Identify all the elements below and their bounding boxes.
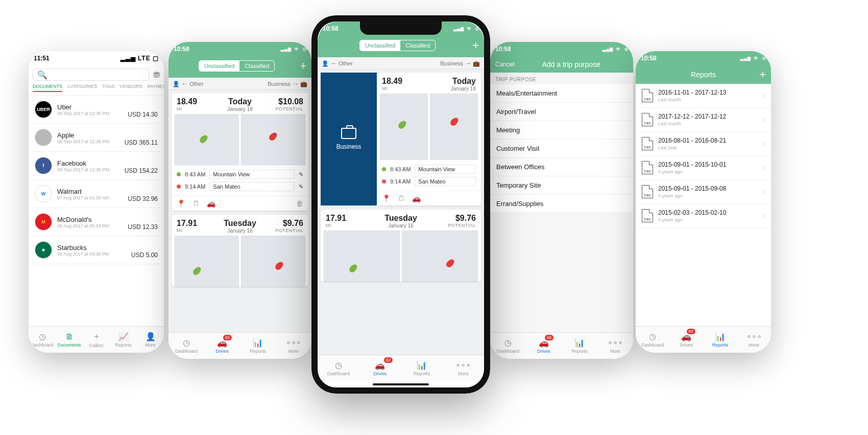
purpose-row[interactable]: Customer Visit [490, 140, 633, 158]
other-button[interactable]: 👤 ← Other [173, 80, 204, 87]
chevron-right-icon: › [762, 139, 765, 148]
vendor-avatar [35, 129, 52, 146]
csv-icon: CSV [642, 89, 653, 102]
trip-card[interactable]: 18.49MI TodayJanuary 18 $10.08POTENTIAL … [172, 93, 308, 211]
edit-icon[interactable]: ✎ [299, 184, 303, 190]
purpose-row[interactable]: Meeting [490, 121, 633, 140]
tab-dashboard[interactable]: ◷Dashboard [636, 327, 669, 353]
car-icon[interactable]: 🚗 [207, 199, 215, 208]
note-icon[interactable]: 🗒 [192, 199, 200, 208]
document-row[interactable]: MMcDonald's06 Aug 2017 at 05:34 PMUSD 12… [29, 208, 164, 236]
end-location[interactable]: San Mateo [209, 182, 295, 191]
briefcase-icon [341, 128, 356, 139]
business-button[interactable]: Business → 💼 [268, 80, 307, 87]
tab-dashboard[interactable]: ◷Dashboard [318, 355, 359, 381]
tab-dashboard[interactable]: ◷Dashboard [490, 333, 526, 359]
chevron-right-icon: › [762, 91, 765, 100]
trip-card[interactable]: 17.91MI TuesdayJanuary 16 $9.76POTENTIAL [321, 210, 481, 282]
tab-drives[interactable]: 🚗82Drives [359, 355, 401, 381]
tab-more[interactable]: ∘∘∘More [597, 333, 633, 359]
doc-amount: USD 5.00 [131, 251, 158, 259]
tab-more[interactable]: 👤More [137, 327, 164, 353]
doctab-documents[interactable]: DOCUMENTS [33, 84, 62, 92]
vendor-name: McDonald's [57, 216, 123, 223]
cancel-button[interactable]: Cancel [495, 61, 514, 68]
tab-more[interactable]: ∘∘∘More [276, 333, 311, 359]
vendor-avatar: W [35, 185, 52, 202]
tab-drives[interactable]: 🚗82Drives [526, 333, 562, 359]
vendor-name: Uber [57, 103, 123, 111]
purpose-row[interactable]: Temporary Site [490, 176, 633, 195]
add-report-button[interactable]: + [759, 68, 766, 81]
business-button[interactable]: Business → 💼 [440, 59, 480, 67]
segmented-control[interactable]: Unclassified Classified [359, 40, 436, 51]
purpose-row[interactable]: Between Offices [490, 158, 633, 176]
purpose-row[interactable]: Meals/Entertainment [490, 84, 633, 103]
search-input[interactable]: 🔍 [33, 68, 149, 81]
purpose-row[interactable]: Airport/Travel [490, 103, 633, 121]
home-indicator[interactable] [373, 383, 429, 385]
report-sub: Last month [658, 121, 757, 126]
other-button[interactable]: 👤 ← Other [322, 59, 353, 67]
tab-reports[interactable]: 📊Reports [704, 327, 737, 353]
doctab-tags[interactable]: TAGS [102, 84, 114, 92]
report-row[interactable]: CSV2017-12-12 - 2017-12-12Last month› [636, 108, 771, 132]
report-row[interactable]: CSV2016-08-01 - 2016-08-21Last year› [636, 132, 771, 156]
tab-more[interactable]: ∘∘∘More [443, 355, 485, 381]
start-location[interactable]: Mountain View [209, 170, 295, 179]
tab-documents[interactable]: 🗎Documents [56, 327, 83, 353]
filter-icon[interactable]: ⛃ [153, 70, 160, 80]
doc-amount: USD 12.33 [128, 223, 158, 231]
seg-unclassified[interactable]: Unclassified [199, 61, 239, 71]
segmented-control[interactable]: Unclassified Classified [199, 60, 275, 72]
document-row[interactable]: fFacebook08 Sep 2017 at 12:35 PMUSD 154.… [29, 152, 164, 180]
vendor-name: Walmart [57, 188, 123, 195]
document-row[interactable]: UBERUber08 Sep 2017 at 12:36 PMUSD 14.30 [29, 96, 164, 124]
tab-reports[interactable]: 📊Reports [401, 355, 443, 381]
csv-icon: CSV [642, 161, 653, 174]
report-row[interactable]: CSV2015-09-01 - 2015-10-012 years ago› [636, 156, 771, 180]
status-bar: 10:58 ▂▃▅ ᯤ ▢ [636, 51, 771, 65]
seg-unclassified[interactable]: Unclassified [360, 40, 400, 51]
edit-icon[interactable]: ✎ [299, 171, 303, 178]
doctab-categories[interactable]: CATEGORIES [67, 84, 97, 92]
tab-drives[interactable]: 🚗82Drives [204, 333, 240, 359]
pin-icon[interactable]: 📍 [382, 194, 391, 202]
phone-drives: 10:58 ▂▃▅ ᯤ ▢ Unclassified Classified + … [168, 42, 311, 359]
report-list: CSV2016-11-01 - 2017-12-13Last month›CSV… [636, 84, 771, 228]
doctab-payments[interactable]: PAYMENTS [148, 84, 164, 92]
seg-classified[interactable]: Classified [239, 61, 274, 71]
car-icon[interactable]: 🚗 [412, 194, 421, 202]
add-button[interactable]: + [300, 59, 306, 73]
add-button[interactable]: + [472, 39, 479, 52]
purpose-row[interactable]: Errand/Supplies [490, 195, 633, 213]
tab-collect[interactable]: ＋Collect [83, 327, 110, 353]
report-row[interactable]: CSV2015-09-01 - 2015-09-082 years ago› [636, 180, 771, 204]
phone-reports: 10:58 ▂▃▅ ᯤ ▢ Reports + CSV2016-11-01 - … [636, 51, 771, 353]
document-row[interactable]: WWalmart07 Aug 2017 at 01:39 AMUSD 32.96 [29, 180, 164, 208]
pin-icon[interactable]: 📍 [177, 199, 185, 208]
report-title: 2017-12-12 - 2017-12-12 [658, 113, 757, 120]
tab-reports[interactable]: 📈Reports [110, 327, 137, 353]
phone-trip-purpose: 10:58 ▂▃▅ ᯤ ▢ Cancel Add a trip purpose … [490, 42, 633, 359]
swipe-reveal[interactable]: Business 18.49MI TodayJanuary 18 8:43 AM… [321, 73, 481, 205]
chevron-right-icon: › [762, 187, 765, 196]
tab-reports[interactable]: 📊Reports [240, 333, 276, 359]
trip-card[interactable]: 17.91MI TuesdayJanuary 16 $9.76POTENTIAL [172, 215, 308, 287]
document-row[interactable]: ★Starbucks06 Aug 2017 at 03:38 PMUSD 5.0… [29, 236, 164, 264]
tab-reports[interactable]: 📊Reports [562, 333, 597, 359]
tab-more[interactable]: ∘∘∘More [737, 327, 771, 353]
delete-icon[interactable]: 🗑 [296, 199, 303, 208]
tab-dashboard[interactable]: ◷Dashboard [29, 327, 56, 353]
report-sub: Last month [658, 97, 757, 102]
seg-classified[interactable]: Classified [400, 40, 435, 51]
report-row[interactable]: CSV2015-02-03 - 2015-02-102 years ago› [636, 204, 771, 228]
classify-business[interactable]: Business [321, 73, 377, 205]
tab-dashboard[interactable]: ◷Dashboard [168, 333, 204, 359]
note-icon[interactable]: 🗒 [398, 194, 405, 202]
document-row[interactable]: Apple08 Sep 2017 at 12:36 PMUSD 365.11 [29, 124, 164, 152]
trip-potential: $10.08 [261, 97, 303, 106]
doctab-vendors[interactable]: VENDORS [119, 84, 142, 92]
tab-drives[interactable]: 🚗82Drives [669, 327, 703, 353]
report-row[interactable]: CSV2016-11-01 - 2017-12-13Last month› [636, 84, 771, 108]
